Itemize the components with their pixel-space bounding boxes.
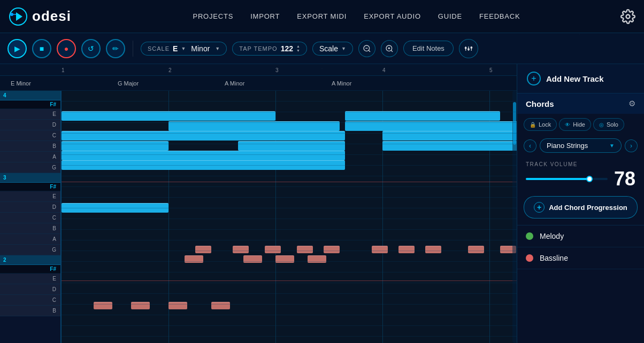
note-a2-p7[interactable] [398,246,415,253]
key-d3[interactable]: D [0,202,60,213]
add-track-plus-icon: + [527,72,541,85]
note-g2-p3[interactable] [275,255,294,263]
scale-selector[interactable]: SCALE E ▼ Minor ▼ [141,42,227,56]
vertical-scrollbar[interactable] [512,91,517,343]
key-a3[interactable]: A [0,152,60,162]
settings-icon[interactable] [620,9,635,24]
key-g3[interactable]: G [0,162,60,173]
key-c4[interactable]: C [0,130,60,141]
scale-type-dropdown[interactable]: ▼ [215,46,220,51]
instrument-next-button[interactable]: › [625,139,638,152]
pencil-button[interactable]: ✏ [106,39,125,58]
measure-5: 5 [489,67,493,73]
key-b2[interactable]: B [0,223,60,234]
instrument-dropdown[interactable]: Piano Strings ▼ [540,138,622,153]
play-button[interactable]: ▶ [7,39,27,58]
key-c2[interactable]: C [0,295,60,306]
key-e3[interactable]: E [0,191,60,202]
note-g2-p4[interactable] [308,255,326,263]
piano-keys: 4 F# E D C B A G 3 F# E D C B A G 2 F# [0,91,62,343]
note-grid[interactable] [62,91,517,343]
nav-export-audio[interactable]: EXPORT AUDIO [364,12,421,20]
note-a3-1[interactable] [62,151,345,160]
loop-button[interactable]: ↺ [81,39,101,58]
snap-selector[interactable]: Scale ▼ [312,42,353,56]
add-new-track-button[interactable]: + Add New Track [517,64,644,93]
logo-icon [9,7,28,26]
note-a2-p4[interactable] [297,246,313,253]
bassline-track-item[interactable]: Bassline [517,247,644,269]
nav-guide[interactable]: GUIDE [438,12,462,20]
note-e4-1[interactable] [62,111,275,121]
record-button[interactable]: ● [57,39,76,58]
key-e4[interactable]: E [0,109,60,120]
key-g2[interactable]: G [0,245,60,255]
volume-slider[interactable] [526,178,608,180]
key-a2[interactable]: A [0,234,60,245]
nav-export-midi[interactable]: EXPORT MIDI [297,12,347,20]
note-d4-2[interactable] [345,121,517,131]
key-fs2[interactable]: F# [0,265,60,274]
melody-track-item[interactable]: Melody [517,225,644,247]
note-d4-1[interactable] [168,121,340,131]
zoom-in-button[interactable] [381,40,398,57]
add-chord-progression-button[interactable]: + Add Chord Progression [524,196,638,219]
tempo-arrows[interactable]: ▲ ▼ [296,44,300,52]
key-e2[interactable]: E [0,274,60,284]
nav-projects[interactable]: PROJECTS [193,12,233,20]
snap-dropdown[interactable]: ▼ [341,46,346,51]
key-d4[interactable]: D [0,120,60,130]
key-d2[interactable]: D [0,284,60,295]
key-fs4[interactable]: F# [0,100,60,109]
hide-button[interactable]: 👁 Hide [559,118,591,131]
main-content: 1 2 3 4 5 E Minor G Major A Minor A Mino… [0,64,644,343]
note-e3-1[interactable] [62,203,168,213]
note-a2-p3[interactable] [265,246,281,253]
zoom-out-button[interactable] [358,40,375,57]
key-fs3[interactable]: F# [0,183,60,191]
note-a2-p5[interactable] [324,246,340,253]
note-e2-p1[interactable] [94,302,112,309]
note-g2-p1[interactable] [185,255,203,263]
chord-a-minor-1: A Minor [225,80,244,87]
mixer-icon [464,44,473,53]
note-b3-3[interactable] [382,141,517,151]
nav-feedback[interactable]: FEEDBACK [479,12,520,20]
note-e2-p3[interactable] [168,302,187,309]
key-b3[interactable]: B [0,141,60,152]
note-e2-p2[interactable] [131,302,150,309]
chords-gear-icon[interactable]: ⚙ [628,99,635,108]
tap-tempo-label: TAP TEMPO [239,45,277,52]
volume-thumb [586,176,593,182]
note-b3-1[interactable] [62,141,168,151]
note-a2-p1[interactable] [195,246,211,253]
key-b1[interactable]: B [0,306,60,316]
note-a2-p9[interactable] [468,246,484,253]
lock-button[interactable]: 🔒 Lock [524,118,557,131]
mixer-button[interactable] [459,39,478,58]
bassline-dot [526,254,533,262]
tempo-control[interactable]: TAP TEMPO 122 ▲ ▼ [232,42,307,56]
scale-type: Minor [189,44,212,53]
stop-button[interactable]: ■ [32,39,51,58]
solo-button[interactable]: ◎ Solo [593,118,624,131]
piano-roll-area: 1 2 3 4 5 E Minor G Major A Minor A Mino… [0,64,517,343]
edit-notes-button[interactable]: Edit Notes [403,41,454,56]
note-c4-1[interactable] [62,131,345,141]
instrument-prev-button[interactable]: ‹ [524,139,536,152]
note-a2-p8[interactable] [425,246,441,253]
note-g3-1[interactable] [62,160,345,170]
note-b3-2[interactable] [238,141,345,151]
note-e2-p4[interactable] [211,302,230,309]
key-c3[interactable]: C [0,213,60,223]
note-g2-p2[interactable] [243,255,262,263]
nav-import[interactable]: IMPORT [250,12,280,20]
scale-key-dropdown[interactable]: ▼ [181,46,186,51]
note-e4-2[interactable] [345,111,500,121]
chords-title: Chords [526,99,554,108]
note-a2-p6[interactable] [372,246,388,253]
bassline-track-name: Bassline [540,254,568,262]
note-c4-2[interactable] [382,131,517,141]
note-a2-p2[interactable] [233,246,249,253]
track-3-label: 3 [0,173,60,183]
